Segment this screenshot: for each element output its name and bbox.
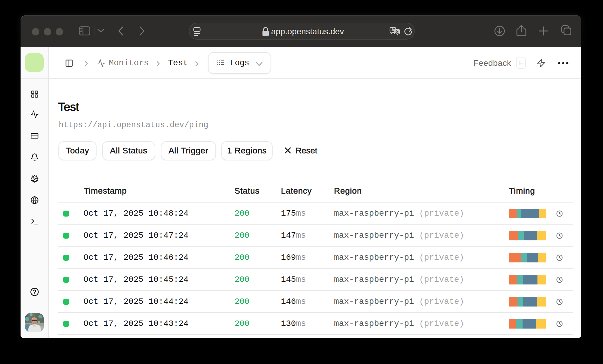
svg-text:文: 文 [395,30,399,34]
